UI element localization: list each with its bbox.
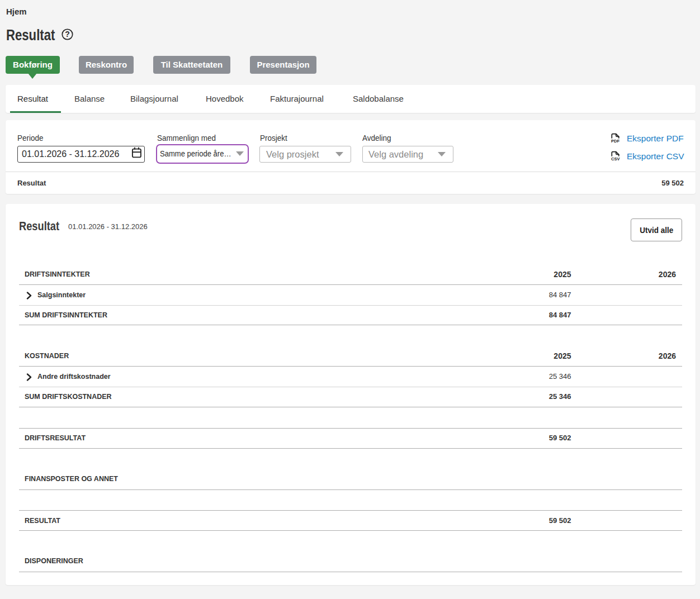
svg-text:CSV: CSV — [611, 156, 619, 161]
svg-text:?: ? — [65, 30, 70, 39]
svg-text:PDF: PDF — [611, 139, 619, 144]
